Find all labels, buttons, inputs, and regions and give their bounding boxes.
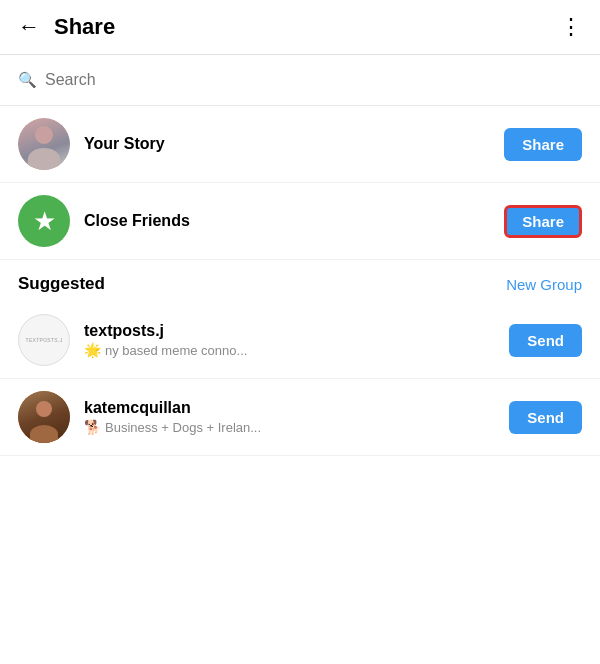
textposts-item: TEXTPOSTS.J textposts.j 🌟 ny based meme … — [0, 302, 600, 379]
search-container: 🔍 — [0, 55, 600, 106]
close-friends-avatar: ★ — [18, 195, 70, 247]
textposts-name: textposts.j — [84, 322, 509, 340]
suggested-section-header: Suggested New Group — [0, 260, 600, 302]
new-group-link[interactable]: New Group — [506, 276, 582, 293]
back-button[interactable]: ← — [18, 14, 40, 40]
page-title: Share — [54, 14, 115, 40]
textposts-avatar-text: TEXTPOSTS.J — [24, 335, 65, 345]
close-friends-name: Close Friends — [84, 212, 504, 230]
kate-avatar-face — [18, 391, 70, 443]
kate-avatar — [18, 391, 70, 443]
kate-sub: 🐕 Business + Dogs + Irelan... — [84, 419, 509, 435]
textposts-info: textposts.j 🌟 ny based meme conno... — [84, 322, 509, 358]
kate-name: katemcquillan — [84, 399, 509, 417]
header-left: ← Share — [18, 14, 115, 40]
close-friends-info: Close Friends — [84, 212, 504, 230]
suggested-title: Suggested — [18, 274, 105, 294]
kate-info: katemcquillan 🐕 Business + Dogs + Irelan… — [84, 399, 509, 435]
your-story-avatar-image — [18, 118, 70, 170]
your-story-share-button[interactable]: Share — [504, 128, 582, 161]
your-story-item: Your Story Share — [0, 106, 600, 183]
kate-send-button[interactable]: Send — [509, 401, 582, 434]
textposts-avatar: TEXTPOSTS.J — [18, 314, 70, 366]
kate-emoji: 🐕 — [84, 419, 101, 435]
close-friends-item: ★ Close Friends Share — [0, 183, 600, 260]
textposts-sub: 🌟 ny based meme conno... — [84, 342, 509, 358]
kate-item: katemcquillan 🐕 Business + Dogs + Irelan… — [0, 379, 600, 456]
your-story-info: Your Story — [84, 135, 504, 153]
more-options-icon[interactable]: ⋮ — [560, 14, 582, 40]
your-story-avatar — [18, 118, 70, 170]
textposts-send-button[interactable]: Send — [509, 324, 582, 357]
search-row: 🔍 — [18, 67, 582, 93]
textposts-emoji: 🌟 — [84, 342, 101, 358]
search-icon: 🔍 — [18, 71, 37, 89]
your-story-name: Your Story — [84, 135, 504, 153]
kate-sub-text: Business + Dogs + Irelan... — [105, 420, 261, 435]
close-friends-share-button[interactable]: Share — [504, 205, 582, 238]
header: ← Share ⋮ — [0, 0, 600, 55]
textposts-sub-text: ny based meme conno... — [105, 343, 247, 358]
star-icon: ★ — [33, 208, 56, 234]
search-input[interactable] — [45, 67, 582, 93]
